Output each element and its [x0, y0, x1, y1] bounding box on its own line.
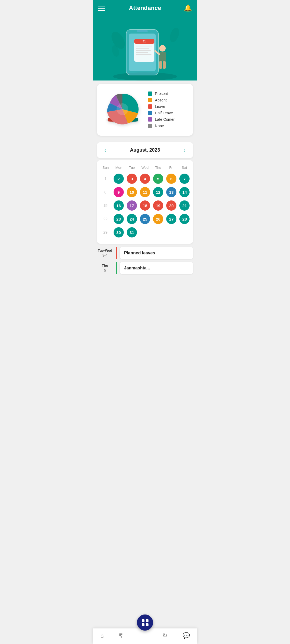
event-content-1: Planned leaves	[120, 247, 193, 259]
event-date-2: Thu 5	[97, 262, 113, 274]
app-header: Attendance 🔔	[93, 0, 197, 16]
event-content-2: Janmashta...	[120, 262, 193, 274]
page-title: Attendance	[129, 5, 161, 12]
legend-item-none: None	[148, 124, 175, 128]
cal-day-17[interactable]: 17	[125, 200, 138, 211]
prev-month-button[interactable]: ‹	[102, 146, 108, 154]
day-header-sat: Sat	[178, 164, 191, 171]
cal-day-31[interactable]: 31	[125, 226, 138, 238]
cal-day-2[interactable]: 2	[112, 173, 125, 185]
day-header-sun: Sun	[99, 164, 112, 171]
svg-rect-10	[136, 52, 148, 53]
legend-item-leave: Leave	[148, 104, 175, 109]
cal-day-21[interactable]: 21	[178, 200, 191, 211]
month-year-label: August, 2023	[130, 147, 160, 153]
svg-point-12	[159, 45, 166, 52]
calendar-days: 1 2 3 4 5 6 7 8 9 10 11 12 13 14 15 16 1…	[99, 173, 191, 238]
calendar-navigation: ‹ August, 2023 ›	[97, 142, 193, 158]
svg-rect-14	[159, 61, 162, 69]
svg-rect-8	[136, 48, 149, 49]
hero-illustration: 31	[110, 24, 180, 80]
stats-section: Present Absent Leave Half Leave Late Com…	[93, 80, 197, 139]
svg-rect-7	[136, 46, 152, 46]
cal-day-24[interactable]: 24	[125, 213, 138, 225]
svg-rect-11	[136, 54, 151, 55]
day-header-thu: Thu	[151, 164, 165, 171]
cal-day-14[interactable]: 14	[178, 186, 191, 198]
svg-rect-15	[163, 61, 166, 69]
cal-day-11[interactable]: 11	[139, 186, 151, 198]
cal-day-10[interactable]: 10	[125, 186, 138, 198]
cal-day-20[interactable]: 20	[165, 200, 178, 211]
pie-chart	[102, 89, 143, 130]
svg-point-21	[117, 103, 128, 115]
event-bar-1	[116, 247, 117, 259]
cal-day-26[interactable]: 26	[152, 213, 165, 225]
hero-banner: 31	[93, 16, 197, 80]
cal-day-12[interactable]: 12	[152, 186, 165, 198]
svg-text:31: 31	[143, 40, 146, 43]
event-item-2[interactable]: Thu 5 Janmashta...	[97, 262, 193, 274]
cal-day-7[interactable]: 7	[178, 173, 191, 185]
cal-day-3[interactable]: 3	[125, 173, 138, 185]
cal-day-5[interactable]: 5	[152, 173, 165, 185]
legend-item-late-comer: Late Comer	[148, 117, 175, 122]
cal-day-28[interactable]: 28	[178, 213, 191, 225]
cal-day-6[interactable]: 6	[165, 173, 178, 185]
cal-day-4[interactable]: 4	[139, 173, 151, 185]
svg-rect-13	[159, 52, 166, 61]
chart-legend: Present Absent Leave Half Leave Late Com…	[148, 92, 175, 128]
legend-item-present: Present	[148, 92, 175, 96]
cal-day-29: 29	[99, 226, 112, 238]
notification-bell-icon[interactable]: 🔔	[184, 4, 192, 12]
cal-day-empty-2	[152, 226, 165, 238]
cal-day-15: 15	[99, 200, 112, 211]
cal-day-27[interactable]: 27	[165, 213, 178, 225]
legend-item-absent: Absent	[148, 98, 175, 102]
cal-day-22: 22	[99, 213, 112, 225]
day-header-tue: Tue	[125, 164, 139, 171]
cal-day-16[interactable]: 16	[112, 200, 125, 211]
cal-day-18[interactable]: 18	[139, 200, 151, 211]
event-bar-2	[116, 262, 117, 274]
event-date-1: Tue-Wed 3-4	[97, 247, 113, 259]
cal-day-9[interactable]: 9	[112, 186, 125, 198]
menu-button[interactable]	[98, 6, 105, 11]
cal-day-empty-1	[139, 226, 151, 238]
cal-day-empty-3	[165, 226, 178, 238]
legend-item-half-leave: Half Leave	[148, 111, 175, 115]
cal-day-13[interactable]: 13	[165, 186, 178, 198]
cal-day-1: 1	[99, 173, 112, 185]
svg-rect-9	[136, 50, 151, 51]
cal-day-19[interactable]: 19	[152, 200, 165, 211]
calendar-grid: Sun Mon Tue Wed Thu Fri Sat 1 2 3 4 5 6 …	[97, 160, 193, 244]
svg-rect-3	[137, 30, 148, 32]
day-header-wed: Wed	[139, 164, 152, 171]
day-header-mon: Mon	[112, 164, 125, 171]
day-header-fri: Fri	[165, 164, 178, 171]
cal-day-25[interactable]: 25	[139, 213, 151, 225]
event-item-1[interactable]: Tue-Wed 3-4 Planned leaves	[97, 247, 193, 259]
cal-day-8: 8	[99, 186, 112, 198]
cal-day-23[interactable]: 23	[112, 213, 125, 225]
cal-day-30[interactable]: 30	[112, 226, 125, 238]
next-month-button[interactable]: ›	[182, 146, 188, 154]
events-list: Tue-Wed 3-4 Planned leaves Thu 5 Janmash…	[93, 247, 197, 298]
svg-point-18	[168, 27, 180, 43]
pie-chart-card: Present Absent Leave Half Leave Late Com…	[97, 84, 193, 136]
cal-day-empty-4	[178, 226, 191, 238]
calendar-day-headers: Sun Mon Tue Wed Thu Fri Sat	[99, 164, 191, 171]
